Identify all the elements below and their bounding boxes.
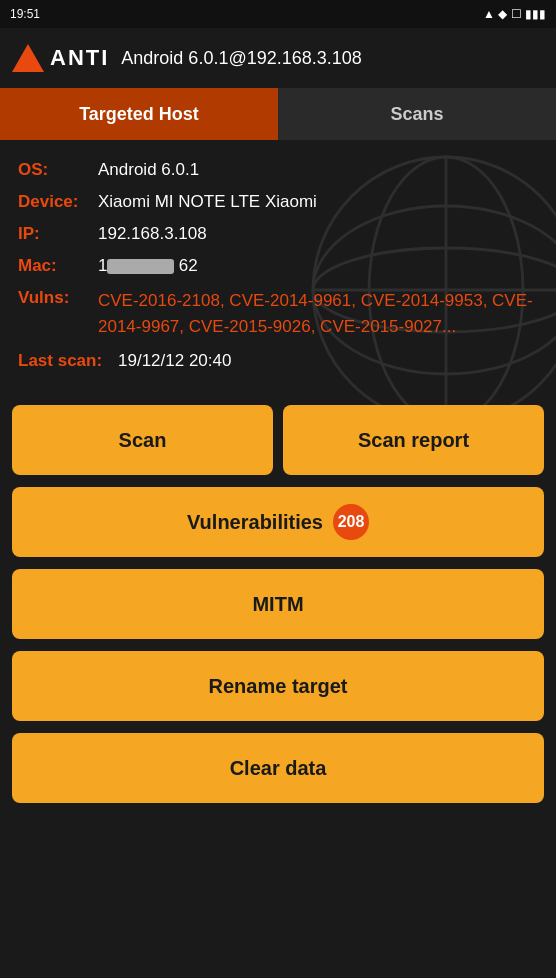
ip-value: 192.168.3.108 [98,224,538,244]
content-area: OS: Android 6.0.1 Device: Xiaomi MI NOTE… [0,140,556,405]
ip-label: IP: [18,224,98,244]
clear-data-button[interactable]: Clear data [12,733,544,803]
status-time: 19:51 [10,7,40,21]
mac-value: 1f■■■■■■■ 62 [98,256,538,276]
vulnerabilities-button[interactable]: Vulnerabilities 208 [12,487,544,557]
last-scan-row: Last scan: 19/12/12 20:40 [18,351,538,371]
logo-triangle-icon [12,44,44,72]
rename-target-button[interactable]: Rename target [12,651,544,721]
device-value: Xiaomi MI NOTE LTE Xiaomi [98,192,538,212]
tab-bar: Targeted Host Scans [0,88,556,140]
status-icons: ▲ ◆ ☐ ▮▮▮ [483,7,546,21]
mac-label: Mac: [18,256,98,276]
scan-row: Scan Scan report [12,405,544,475]
os-row: OS: Android 6.0.1 [18,160,538,180]
vulns-row: Vulns: CVE-2016-2108, CVE-2014-9961, CVE… [18,288,538,339]
os-label: OS: [18,160,98,180]
header-title: Android 6.0.1@192.168.3.108 [121,48,361,69]
mac-row: Mac: 1f■■■■■■■ 62 [18,256,538,276]
os-value: Android 6.0.1 [98,160,538,180]
scan-button[interactable]: Scan [12,405,273,475]
action-buttons: Scan Scan report Vulnerabilities 208 MIT… [0,405,556,803]
app-header: ANTI Android 6.0.1@192.168.3.108 [0,28,556,88]
device-label: Device: [18,192,98,212]
last-scan-value: 19/12/12 20:40 [118,351,231,371]
last-scan-label: Last scan: [18,351,118,371]
ip-row: IP: 192.168.3.108 [18,224,538,244]
device-info: OS: Android 6.0.1 Device: Xiaomi MI NOTE… [18,160,538,371]
status-bar: 19:51 ▲ ◆ ☐ ▮▮▮ [0,0,556,28]
device-row: Device: Xiaomi MI NOTE LTE Xiaomi [18,192,538,212]
mitm-button[interactable]: MITM [12,569,544,639]
vulns-label: Vulns: [18,288,98,308]
logo: ANTI [12,44,109,72]
tab-targeted-host[interactable]: Targeted Host [0,88,278,140]
scan-report-button[interactable]: Scan report [283,405,544,475]
logo-text: ANTI [50,45,109,71]
vulns-value: CVE-2016-2108, CVE-2014-9961, CVE-2014-9… [98,288,538,339]
mac-blurred: f■■■■■■■ [107,259,174,274]
tab-scans[interactable]: Scans [278,88,556,140]
vuln-count-badge: 208 [333,504,369,540]
